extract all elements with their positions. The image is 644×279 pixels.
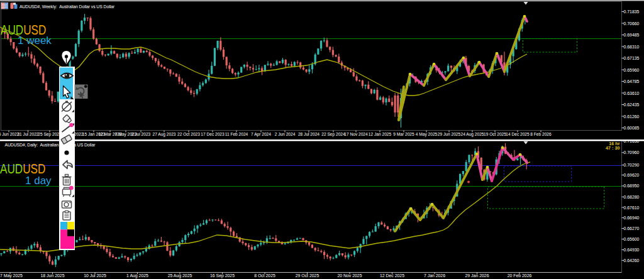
svg-text:0.70660: 0.70660 (624, 21, 640, 26)
svg-text:0.65960: 0.65960 (624, 68, 640, 72)
svg-text:22 Sep 2024: 22 Sep 2024 (321, 132, 345, 137)
svg-text:0.66940: 0.66940 (624, 216, 640, 220)
svg-text:2 Jul 2023: 2 Jul 2023 (131, 132, 151, 136)
svg-text:4 May 2025: 4 May 2025 (416, 132, 438, 137)
svg-text:1 Aug 2025: 1 Aug 2025 (126, 273, 148, 278)
svg-text:0.69620: 0.69620 (624, 173, 640, 177)
svg-text:8 Feb 2026: 8 Feb 2026 (530, 132, 552, 136)
svg-text:1 week: 1 week (18, 35, 52, 46)
svg-text:17 Nov 2024: 17 Nov 2024 (344, 132, 368, 136)
svg-text:47 : 30: 47 : 30 (606, 145, 619, 151)
svg-text:0.64930: 0.64930 (624, 248, 640, 252)
svg-text:12 Jan 2025: 12 Jan 2025 (369, 132, 392, 136)
svg-text:20 Feb 2026: 20 Feb 2026 (508, 273, 532, 278)
svg-text:22 Oct 2023: 22 Oct 2023 (177, 132, 200, 136)
svg-text:19 Oct 2025: 19 Oct 2025 (484, 132, 506, 136)
svg-text:11 Feb 2024: 11 Feb 2024 (225, 132, 248, 136)
svg-text:AUDUSD#, Daily: Australian Do: AUDUSD#, Daily: Australian Dollar vs US … (5, 143, 96, 148)
svg-text:0.71630: 0.71630 (624, 139, 640, 143)
svg-text:0.68280: 0.68280 (624, 195, 640, 199)
svg-text:5 Jun 2022: 5 Jun 2022 (0, 132, 19, 136)
svg-text:24 Aug 2025: 24 Aug 2025 (460, 132, 484, 137)
svg-text:0.68950: 0.68950 (624, 183, 640, 188)
svg-text:29 Jan 2026: 29 Jan 2026 (465, 273, 489, 278)
svg-text:0.64260: 0.64260 (624, 258, 640, 263)
svg-text:0.67135: 0.67135 (624, 56, 640, 60)
svg-text:0.71835: 0.71835 (624, 9, 640, 14)
svg-text:10 Jul 2025: 10 Jul 2025 (84, 273, 106, 278)
svg-text:16 Sep 2025: 16 Sep 2025 (210, 273, 235, 278)
svg-text:29 Oct 2025: 29 Oct 2025 (296, 273, 319, 278)
svg-text:18 Jun 2025: 18 Jun 2025 (41, 273, 65, 278)
svg-text:0.60085: 0.60085 (624, 126, 640, 130)
svg-text:17 Dec 2023: 17 Dec 2023 (201, 132, 225, 136)
svg-text:20 Nov 2025: 20 Nov 2025 (337, 273, 362, 278)
svg-text:0.63610: 0.63610 (624, 91, 640, 96)
svg-text:7 Apr 2024: 7 Apr 2024 (251, 132, 271, 137)
svg-text:27 Aug 2023: 27 Aug 2023 (152, 132, 175, 137)
svg-text:28 Jul 2024: 28 Jul 2024 (298, 132, 319, 136)
svg-text:1 day: 1 day (25, 175, 52, 187)
svg-text:2 Jun 2024: 2 Jun 2024 (275, 132, 296, 136)
svg-text:0.70290: 0.70290 (624, 163, 640, 167)
svg-text:0.64785: 0.64785 (624, 79, 640, 84)
svg-text:29 Jun 2025: 29 Jun 2025 (438, 132, 461, 136)
svg-text:0.66270: 0.66270 (624, 226, 640, 231)
svg-text:0.68310: 0.68310 (624, 45, 640, 49)
svg-text:8 Oct 2025: 8 Oct 2025 (254, 273, 275, 278)
svg-text:0.69485: 0.69485 (624, 33, 640, 37)
svg-text:9 Mar 2025: 9 Mar 2025 (393, 132, 414, 136)
svg-text:0.61260: 0.61260 (624, 114, 640, 119)
svg-text:31 Jul 2022: 31 Jul 2022 (17, 132, 38, 136)
svg-text:7 Jan 2026: 7 Jan 2026 (424, 273, 445, 278)
svg-text:0.62435: 0.62435 (624, 102, 640, 107)
svg-text:AUDUSD#, Weekly: Australian D: AUDUSD#, Weekly: Australian Dollar vs US… (19, 4, 115, 9)
svg-text:25 Sep 2022: 25 Sep 2022 (38, 132, 62, 137)
svg-text:0.70960: 0.70960 (624, 150, 640, 155)
svg-text:0.65600: 0.65600 (624, 237, 640, 241)
svg-text:27 May 2025: 27 May 2025 (0, 273, 23, 278)
svg-text:14 Dec 2025: 14 Dec 2025 (506, 132, 530, 136)
svg-text:12 Dec 2025: 12 Dec 2025 (380, 273, 404, 278)
svg-text:0.67610: 0.67610 (624, 205, 640, 210)
svg-text:25 Aug 2025: 25 Aug 2025 (168, 273, 192, 278)
